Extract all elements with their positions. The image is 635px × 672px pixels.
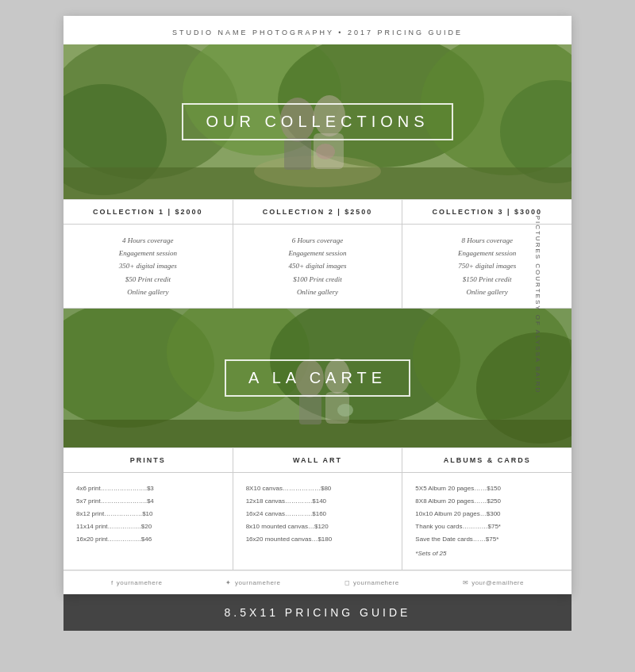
c1-item-1: 4 Hours coverage <box>70 234 226 247</box>
carte-title-box: A LA CARTE <box>225 359 410 397</box>
c3-item-2: Engagement session <box>409 247 565 259</box>
collections-header: COLLECTION 1 | $2000 COLLECTION 2 | $250… <box>64 200 572 225</box>
instagram-label: yournamehere <box>353 579 399 586</box>
c2-item-5: Online gallery <box>240 286 396 298</box>
twitter-label: yournamehere <box>235 579 281 586</box>
c1-item-4: $50 Print credit <box>70 273 226 286</box>
bottom-label-text: 8.5x11 PRICING GUIDE <box>225 606 411 619</box>
wallart-header: WALL ART <box>237 456 398 464</box>
c1-item-2: Engagement session <box>70 247 226 259</box>
prints-header: PRINTS <box>67 456 229 464</box>
side-label: PICTURES COURTESY OF ALYSSA BAIRD <box>534 216 541 394</box>
album-note: *Sets of 25 <box>415 547 565 560</box>
wall-item-1: 8X10 canvas………………$80 <box>246 482 396 495</box>
collection-col-2: COLLECTION 2 | $2500 <box>233 200 403 224</box>
footer-email: ✉ your@emailhere <box>463 579 524 586</box>
pricing-col-albums-head: ALBUMS & CARDS <box>402 448 572 472</box>
c3-item-4: $150 Print credit <box>409 273 565 286</box>
album-item-3: 10x10 Album 20 pages…$300 <box>415 508 565 520</box>
collection-2-header: COLLECTION 2 | $2500 <box>237 208 398 216</box>
email-icon: ✉ <box>463 579 469 586</box>
doc-header: STUDIO NAME PHOTOGRAPHY • 2017 PRICING G… <box>64 16 572 44</box>
print-item-4: 11x14 print…………….$20 <box>76 520 226 533</box>
print-item-2: 5x7 print………………….$4 <box>76 495 226 508</box>
wall-item-5: 16x20 mounted canvas…$180 <box>246 533 396 546</box>
footer-facebook: f yournamehere <box>111 579 162 586</box>
collection-1-items: 4 Hours coverage Engagement session 350+… <box>64 225 233 308</box>
print-item-3: 8x12 print………………$10 <box>76 508 226 520</box>
print-item-5: 16x20 print…………….$46 <box>76 533 226 546</box>
c2-item-2: Engagement session <box>240 247 396 259</box>
wall-item-3: 16x24 canvas………….$160 <box>246 508 396 520</box>
footer-instagram: ◻ yournamehere <box>344 579 399 586</box>
collection-col-3: COLLECTION 3 | $3000 <box>402 200 572 224</box>
document: STUDIO NAME PHOTOGRAPHY • 2017 PRICING G… <box>64 16 572 594</box>
albums-items: 5X5 Album 20 pages……$150 8X8 Album 20 pa… <box>402 473 572 570</box>
c1-item-3: 350+ digital images <box>70 259 226 272</box>
c3-item-3: 750+ digital images <box>409 259 565 272</box>
carte-title: A LA CARTE <box>248 369 387 386</box>
pricing-col-prints-head: PRINTS <box>64 448 233 472</box>
wall-item-2: 12x18 canvas………….$140 <box>246 495 396 508</box>
c1-item-5: Online gallery <box>70 286 226 298</box>
c3-item-5: Online gallery <box>409 286 565 298</box>
carte-overlay: A LA CARTE <box>64 309 572 447</box>
wall-item-4: 8x10 mounted canvas…$120 <box>246 520 396 533</box>
collection-3-header: COLLECTION 3 | $3000 <box>406 208 568 216</box>
doc-footer: f yournamehere ✦ yournamehere ◻ yourname… <box>64 570 572 594</box>
album-item-2: 8X8 Album 20 pages……$250 <box>415 495 565 508</box>
hero-title: OUR COLLECTIONS <box>206 113 429 130</box>
pricing-header: PRINTS WALL ART ALBUMS & CARDS <box>64 448 572 473</box>
collection-1-header: COLLECTION 1 | $2000 <box>67 208 229 216</box>
albums-header: ALBUMS & CARDS <box>406 456 568 464</box>
hero-title-box: OUR COLLECTIONS <box>182 103 452 140</box>
collection-3-items: 8 Hours coverage Engagement session 750+… <box>402 225 572 308</box>
instagram-icon: ◻ <box>344 579 351 586</box>
facebook-label: yournamehere <box>117 579 163 586</box>
twitter-icon: ✦ <box>225 579 232 586</box>
email-label: your@emailhere <box>471 579 524 586</box>
footer-twitter: ✦ yournamehere <box>225 579 280 586</box>
pricing-body: 4x6 print………………….$3 5x7 print………………….$4 … <box>64 473 572 570</box>
c2-item-4: $100 Print credit <box>240 273 396 286</box>
header-title: STUDIO NAME PHOTOGRAPHY • 2017 PRICING G… <box>172 29 463 36</box>
print-item-1: 4x6 print………………….$3 <box>76 482 226 495</box>
hero-section: OUR COLLECTIONS <box>64 44 572 199</box>
facebook-icon: f <box>111 579 114 586</box>
collections-body: 4 Hours coverage Engagement session 350+… <box>64 225 572 309</box>
hero-overlay: OUR COLLECTIONS <box>64 44 572 199</box>
wallart-items: 8X10 canvas………………$80 12x18 canvas………….$1… <box>233 473 403 570</box>
c2-item-3: 450+ digital images <box>240 259 396 272</box>
pricing-section: PRINTS WALL ART ALBUMS & CARDS 4x6 print… <box>64 447 572 570</box>
collection-col-1: COLLECTION 1 | $2000 <box>64 200 233 224</box>
collection-2-items: 6 Hours coverage Engagement session 450+… <box>233 225 403 308</box>
album-item-1: 5X5 Album 20 pages……$150 <box>415 482 565 495</box>
pricing-col-wallart-head: WALL ART <box>233 448 403 472</box>
album-item-4: Thank you cards…………$75* <box>415 520 565 533</box>
bottom-label-bar: 8.5x11 PRICING GUIDE <box>64 594 572 631</box>
album-item-5: Save the Date cards……$75* <box>415 533 565 546</box>
prints-items: 4x6 print………………….$3 5x7 print………………….$4 … <box>64 473 233 570</box>
carte-section: A LA CARTE <box>64 309 572 447</box>
c2-item-1: 6 Hours coverage <box>240 234 396 247</box>
c3-item-1: 8 Hours coverage <box>409 234 565 247</box>
collections-section: COLLECTION 1 | $2000 COLLECTION 2 | $250… <box>64 199 572 309</box>
